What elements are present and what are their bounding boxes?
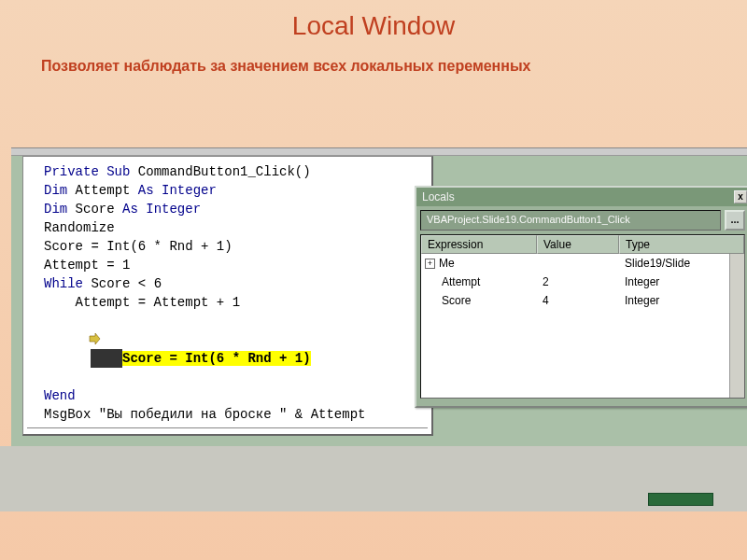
row-value: 4 bbox=[537, 294, 619, 307]
scrollbar[interactable] bbox=[729, 254, 744, 398]
expr-text: Attempt bbox=[442, 275, 480, 288]
code-line: Private Sub CommandButton1_Click() bbox=[27, 162, 428, 181]
locals-rows: + Me Slide19/Slide Attempt 2 Integer Sco… bbox=[421, 254, 744, 310]
row-expression: Score bbox=[421, 294, 537, 307]
row-expression: + Me bbox=[421, 257, 537, 270]
code-text: MsgBox "Вы победили на броске " & Attemp… bbox=[44, 407, 365, 422]
row-value: 2 bbox=[537, 275, 619, 288]
locals-titlebar[interactable]: Locals x bbox=[416, 188, 747, 206]
col-expression[interactable]: Expression bbox=[421, 235, 537, 254]
locals-window[interactable]: Locals x VBAProject.Slide19.CommandButto… bbox=[415, 186, 747, 408]
code-text: Score bbox=[67, 202, 122, 217]
keyword: Dim bbox=[44, 202, 67, 217]
table-row[interactable]: Attempt 2 Integer bbox=[421, 273, 744, 291]
locals-grid: Expression Value Type + Me Slide19/Slide… bbox=[420, 234, 745, 399]
ide-toolbar-strip bbox=[11, 148, 747, 156]
code-text: Attempt = 1 bbox=[44, 258, 130, 273]
table-row[interactable]: + Me Slide19/Slide bbox=[421, 254, 744, 273]
code-text: Attempt bbox=[67, 183, 138, 198]
code-text: Attempt = Attempt + 1 bbox=[44, 295, 240, 310]
col-value[interactable]: Value bbox=[537, 235, 619, 254]
code-line: While Score < 6 bbox=[27, 274, 428, 293]
code-line: Randomize bbox=[27, 218, 428, 237]
code-text: Randomize bbox=[44, 220, 115, 235]
locals-context-row: VBAProject.Slide19.CommandButton1_Click … bbox=[420, 210, 745, 231]
table-row[interactable]: Score 4 Integer bbox=[421, 291, 744, 310]
locals-title: Locals bbox=[422, 190, 455, 203]
code-line: Dim Attempt As Integer bbox=[27, 181, 428, 200]
code-text: Score = Int(6 * Rnd + 1) bbox=[44, 239, 233, 254]
corner-badge bbox=[648, 493, 713, 506]
code-line: End Sub bbox=[27, 434, 428, 436]
keyword: Private Sub bbox=[44, 164, 130, 179]
execution-arrow-icon bbox=[25, 314, 38, 327]
status-band bbox=[0, 446, 747, 511]
code-line: Wend bbox=[27, 386, 428, 405]
keyword: As Integer bbox=[122, 202, 201, 217]
current-statement: Score = Int(6 * Rnd + 1) bbox=[122, 351, 311, 366]
code-line: Dim Score As Integer bbox=[27, 200, 428, 218]
expr-text: Score bbox=[442, 294, 471, 307]
expand-icon[interactable]: + bbox=[425, 259, 435, 269]
keyword: Wend bbox=[44, 388, 76, 403]
col-type[interactable]: Type bbox=[619, 235, 744, 254]
hidden-block bbox=[91, 349, 122, 368]
row-type: Integer bbox=[619, 275, 744, 288]
close-icon[interactable]: x bbox=[734, 190, 747, 203]
row-expression: Attempt bbox=[421, 275, 537, 288]
context-browse-button[interactable]: ... bbox=[725, 210, 745, 231]
slide-subtitle: Позволяет наблюдать за значением всех ло… bbox=[0, 41, 747, 75]
keyword: As Integer bbox=[138, 183, 217, 198]
code-line: MsgBox "Вы победили на броске " & Attemp… bbox=[27, 405, 428, 424]
locals-header: Expression Value Type bbox=[421, 235, 744, 254]
code-line: Score = Int(6 * Rnd + 1) bbox=[27, 237, 428, 256]
expr-text: Me bbox=[439, 257, 455, 270]
keyword: Dim bbox=[44, 183, 67, 198]
procedure-separator bbox=[27, 427, 428, 428]
code-text: Score < 6 bbox=[83, 276, 162, 291]
keyword: While bbox=[44, 276, 83, 291]
row-type: Slide19/Slide bbox=[619, 257, 744, 270]
code-line: Attempt = Attempt + 1 bbox=[27, 293, 428, 312]
svg-marker-0 bbox=[90, 333, 100, 344]
breakpoint-line: Score = Int(6 * Rnd + 1) bbox=[27, 312, 428, 386]
slide-title: Local Window bbox=[0, 0, 747, 41]
ide-area: Private Sub CommandButton1_Click() Dim A… bbox=[11, 147, 747, 446]
code-line: Attempt = 1 bbox=[27, 256, 428, 274]
row-type: Integer bbox=[619, 294, 744, 307]
context-field: VBAProject.Slide19.CommandButton1_Click bbox=[420, 210, 721, 231]
code-text: CommandButton1_Click() bbox=[130, 164, 310, 179]
code-pane[interactable]: Private Sub CommandButton1_Click() Dim A… bbox=[22, 156, 433, 436]
